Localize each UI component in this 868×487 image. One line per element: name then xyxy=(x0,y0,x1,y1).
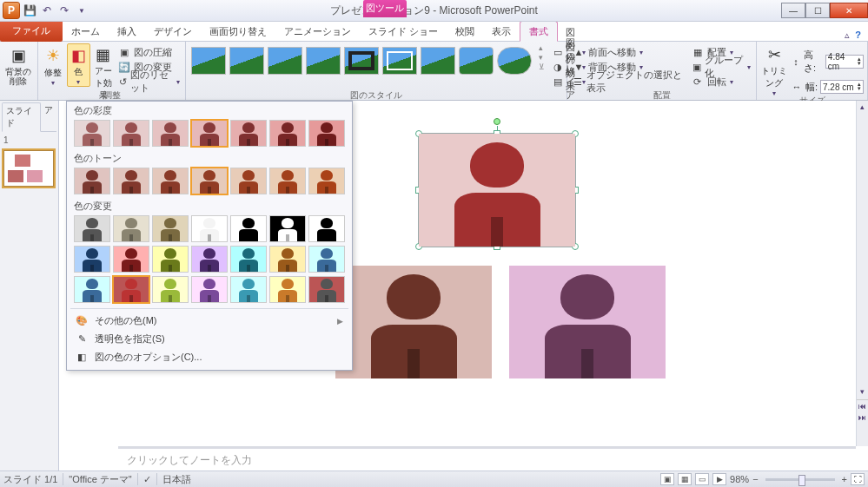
picture-style-thumb[interactable] xyxy=(382,47,417,75)
crop-button[interactable]: ✂トリミング▾ xyxy=(760,43,789,87)
color-variation-thumb[interactable] xyxy=(269,215,306,242)
tab-file[interactable]: ファイル xyxy=(0,20,63,42)
color-variation-thumb[interactable] xyxy=(308,215,345,242)
artistic-effects-button[interactable]: ▦アート効果▾ xyxy=(92,43,116,87)
redo-icon[interactable]: ↷ xyxy=(56,3,72,18)
tab-insert[interactable]: 挿入 xyxy=(109,22,145,41)
bring-forward-button[interactable]: ▲前面へ移動▾ xyxy=(571,45,685,59)
height-input[interactable]: 4.84 cm▴▾ xyxy=(825,55,864,69)
color-variation-thumb[interactable] xyxy=(269,168,306,194)
color-variation-thumb[interactable] xyxy=(74,276,110,303)
scroll-down-icon[interactable]: ▾ xyxy=(857,385,868,398)
help-icon[interactable]: ? xyxy=(855,30,861,41)
close-button[interactable]: ✕ xyxy=(830,3,868,18)
gallery-down-icon[interactable]: ▾ xyxy=(539,53,545,62)
qat-dropdown-icon[interactable]: ▼ xyxy=(74,3,89,18)
slide-image-2[interactable] xyxy=(335,266,492,378)
picture-style-thumb[interactable] xyxy=(421,47,455,75)
language-indicator[interactable]: 日本語 xyxy=(162,473,191,486)
slide-image-3[interactable] xyxy=(509,266,666,378)
color-variation-thumb[interactable] xyxy=(113,246,149,273)
tab-slideshow[interactable]: スライド ショー xyxy=(360,22,447,41)
picture-style-thumb[interactable] xyxy=(268,47,302,75)
color-variation-thumb[interactable] xyxy=(230,276,267,303)
color-variation-thumb[interactable] xyxy=(152,168,189,194)
color-variation-thumb[interactable] xyxy=(191,215,228,242)
tab-design[interactable]: デザイン xyxy=(145,22,201,41)
color-variation-thumb[interactable] xyxy=(74,120,110,147)
tab-view[interactable]: 表示 xyxy=(483,22,520,41)
rotation-handle[interactable] xyxy=(494,118,500,125)
color-variation-thumb[interactable] xyxy=(74,215,110,242)
color-variation-thumb[interactable] xyxy=(308,168,345,194)
reading-view-button[interactable]: ▭ xyxy=(695,473,709,485)
zoom-in-button[interactable]: + xyxy=(842,474,847,484)
save-icon[interactable]: 💾 xyxy=(22,3,37,18)
color-variation-thumb[interactable] xyxy=(113,276,149,303)
group-button[interactable]: ▣グループ化▾ xyxy=(690,60,752,74)
color-variation-thumb[interactable] xyxy=(152,246,189,273)
remove-background-button[interactable]: ▣背景の 削除 xyxy=(3,43,33,87)
picture-style-thumb[interactable] xyxy=(229,47,264,75)
color-options-item[interactable]: ◧図の色のオプション(C)... xyxy=(67,348,352,366)
color-variation-thumb[interactable] xyxy=(269,276,306,303)
color-variation-thumb[interactable] xyxy=(269,120,306,147)
prev-slide-icon[interactable]: ⏮ xyxy=(857,399,868,411)
normal-view-button[interactable]: ▣ xyxy=(660,473,674,485)
picture-styles-gallery[interactable] xyxy=(189,43,533,78)
picture-style-thumb[interactable] xyxy=(191,47,226,75)
gallery-more-icon[interactable]: ⊻ xyxy=(539,63,545,71)
zoom-slider[interactable] xyxy=(765,478,835,481)
vertical-scrollbar[interactable]: ▴ ▾ ⏮ ⏭ xyxy=(856,101,868,446)
color-variation-thumb[interactable] xyxy=(191,246,228,273)
gallery-up-icon[interactable]: ▴ xyxy=(539,43,545,52)
color-variation-thumb[interactable] xyxy=(152,215,189,242)
slideshow-view-button[interactable]: ▶ xyxy=(712,473,726,485)
tab-review[interactable]: 校閲 xyxy=(447,22,483,41)
color-variation-thumb[interactable] xyxy=(74,246,110,273)
color-variation-thumb[interactable] xyxy=(113,215,149,242)
picture-style-thumb[interactable] xyxy=(459,47,494,75)
compress-pictures-button[interactable]: ▣図の圧縮 xyxy=(116,45,182,59)
reset-picture-button[interactable]: ↺図のリセット▾ xyxy=(116,75,182,89)
corrections-button[interactable]: ☀修整▾ xyxy=(42,43,65,87)
undo-icon[interactable]: ↶ xyxy=(39,3,55,18)
tab-format[interactable]: 書式 xyxy=(520,21,558,42)
width-input[interactable]: 7.28 cm▴▾ xyxy=(820,80,864,94)
color-variation-thumb[interactable] xyxy=(113,120,149,147)
color-variation-thumb[interactable] xyxy=(230,168,267,194)
color-variation-thumb[interactable] xyxy=(308,246,345,273)
color-variation-thumb[interactable] xyxy=(152,120,189,147)
picture-style-thumb[interactable] xyxy=(497,47,532,75)
color-variation-thumb[interactable] xyxy=(74,168,110,194)
tab-home[interactable]: ホーム xyxy=(63,22,109,41)
color-button[interactable]: ◧色▾ xyxy=(67,43,90,87)
more-colors-item[interactable]: 🎨その他の色(M)▶ xyxy=(67,312,352,330)
picture-style-thumb[interactable] xyxy=(344,47,379,75)
color-variation-thumb[interactable] xyxy=(269,246,306,273)
thumbnail-tab-outline[interactable]: ア xyxy=(41,102,56,131)
next-slide-icon[interactable]: ⏭ xyxy=(857,411,868,424)
set-transparent-item[interactable]: ✎透明色を指定(S) xyxy=(67,330,352,348)
color-variation-thumb[interactable] xyxy=(191,120,228,147)
notes-pane[interactable]: クリックしてノートを入力 xyxy=(118,446,856,471)
color-variation-thumb[interactable] xyxy=(191,276,228,303)
maximize-button[interactable]: ☐ xyxy=(805,3,830,18)
picture-style-thumb[interactable] xyxy=(306,47,341,75)
tab-animations[interactable]: アニメーション xyxy=(275,22,360,41)
slide-image-1[interactable] xyxy=(419,134,575,247)
zoom-level[interactable]: 98% xyxy=(730,474,749,484)
thumbnail-tab-slides[interactable]: スライド xyxy=(2,102,41,132)
minimize-ribbon-icon[interactable]: ▵ xyxy=(845,30,850,41)
color-variation-thumb[interactable] xyxy=(230,120,267,147)
rotate-button[interactable]: ⟳回転▾ xyxy=(690,75,752,89)
zoom-out-button[interactable]: − xyxy=(752,474,758,484)
sorter-view-button[interactable]: ▦ xyxy=(678,473,692,485)
color-variation-thumb[interactable] xyxy=(308,276,345,303)
color-variation-thumb[interactable] xyxy=(230,215,267,242)
color-variation-thumb[interactable] xyxy=(191,168,228,194)
selection-pane-button[interactable]: ☰オブジェクトの選択と表示 xyxy=(571,75,685,89)
color-variation-thumb[interactable] xyxy=(113,168,149,194)
spellcheck-icon[interactable]: ✓ xyxy=(143,474,151,485)
scroll-up-icon[interactable]: ▴ xyxy=(857,101,868,113)
